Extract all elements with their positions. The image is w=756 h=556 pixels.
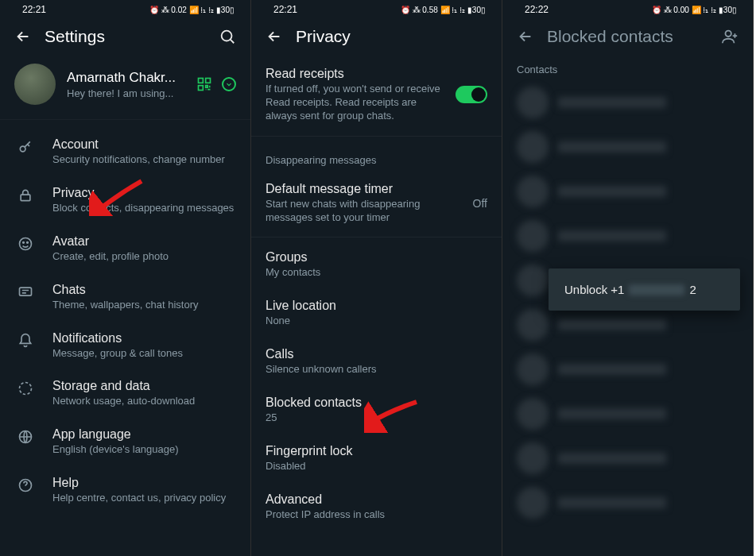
svg-rect-3 [199, 86, 204, 91]
settings-item-privacy[interactable]: Privacy Block contacts, disappearing mes… [0, 176, 250, 225]
avatar [517, 353, 549, 385]
item-title: Fingerprint lock [266, 444, 487, 458]
search-icon[interactable] [219, 28, 236, 45]
avatar [517, 220, 549, 252]
privacy-item-blocked-contacts[interactable]: Blocked contacts 25 [251, 386, 502, 434]
settings-item-notifications[interactable]: Notifications Message, group & call tone… [0, 322, 250, 370]
status-bar: 22:21 ⏰ ⁂ 0.58 📶 ⁞₁ ⁞₂ ▮30▯ [251, 0, 502, 17]
chat-icon [16, 284, 35, 300]
contact-row[interactable] [502, 347, 753, 392]
profile-text: Amarnath Chakr... Hey there! I am using.… [67, 70, 185, 99]
item-title: Live location [266, 299, 487, 313]
contact-row[interactable] [502, 436, 753, 481]
profile-row[interactable]: Amarnath Chakr... Hey there! I am using.… [0, 57, 250, 120]
contact-row[interactable] [502, 392, 753, 436]
item-title: Advanced [266, 492, 487, 507]
contact-row[interactable] [502, 214, 753, 258]
avatar [517, 309, 549, 341]
privacy-item-groups[interactable]: Groups My contacts [251, 241, 502, 289]
item-sub: Network usage, auto-download [52, 395, 236, 408]
back-icon[interactable] [517, 28, 534, 45]
privacy-item-calls[interactable]: Calls Silence unknown callers [251, 338, 502, 386]
page-title: Blocked contacts [547, 27, 708, 46]
avatar [517, 487, 549, 519]
page-title: Privacy [296, 27, 487, 46]
qr-icon[interactable] [196, 76, 212, 92]
privacy-item-read-receipts[interactable]: Read receipts If turned off, you won't s… [251, 57, 502, 133]
data-icon [16, 380, 35, 396]
contact-row[interactable] [502, 125, 753, 169]
contact-name-masked [558, 230, 739, 241]
profile-status: Hey there! I am using... [67, 87, 185, 99]
avatar [517, 176, 549, 207]
svg-point-7 [23, 241, 25, 243]
avatar [517, 398, 549, 430]
profile-actions [196, 76, 236, 92]
back-icon[interactable] [266, 28, 283, 45]
add-account-icon[interactable] [222, 77, 236, 91]
contact-row[interactable] [502, 481, 753, 525]
settings-item-chats[interactable]: Chats Theme, wallpapers, chat history [0, 273, 250, 322]
contact-row[interactable] [502, 80, 753, 125]
avatar [517, 264, 549, 296]
item-title: Read receipts [266, 67, 448, 81]
add-contact-icon[interactable] [721, 28, 739, 45]
item-title: Storage and data [52, 379, 236, 393]
bell-icon [16, 333, 35, 349]
item-value: Off [473, 197, 487, 210]
page-title: Settings [45, 27, 206, 46]
svg-point-15 [726, 31, 731, 37]
item-title: Account [52, 137, 236, 152]
appbar: Settings [0, 17, 250, 57]
item-sub: Security notifications, change number [52, 153, 236, 167]
contact-name-masked [558, 364, 739, 375]
settings-item-account[interactable]: Account Security notifications, change n… [0, 128, 250, 176]
contacts-section-label: Contacts [502, 57, 753, 80]
item-title: Groups [266, 250, 487, 264]
settings-panel: 22:21 ⏰ ⁂ 0.02 📶 ⁞₁ ⁞₂ ▮30▯ Settings Ama… [0, 0, 251, 556]
status-time: 22:22 [525, 4, 549, 15]
face-icon [16, 236, 35, 252]
privacy-item-advanced[interactable]: Advanced Protect IP address in calls [251, 483, 502, 531]
status-time: 22:21 [273, 4, 297, 15]
avatar [517, 87, 549, 118]
contact-name-masked [558, 453, 739, 464]
appbar: Privacy [251, 17, 502, 57]
back-icon[interactable] [14, 28, 32, 45]
settings-item-avatar[interactable]: Avatar Create, edit, profile photo [0, 225, 250, 273]
read-receipts-toggle[interactable] [456, 86, 487, 103]
svg-rect-2 [206, 79, 211, 83]
contact-name-masked [558, 141, 739, 153]
item-title: Default message timer [266, 182, 465, 196]
privacy-panel: 22:21 ⏰ ⁂ 0.58 📶 ⁞₁ ⁞₂ ▮30▯ Privacy Read… [251, 0, 502, 556]
item-sub: Help centre, contact us, privacy policy [52, 492, 236, 505]
avatar [517, 442, 549, 474]
section-header-disappearing: Disappearing messages [251, 140, 502, 172]
settings-item-storage[interactable]: Storage and data Network usage, auto-dow… [0, 369, 250, 418]
privacy-item-live-location[interactable]: Live location None [251, 289, 502, 338]
item-sub: If turned off, you won't send or receive… [266, 83, 448, 123]
settings-item-help[interactable]: Help Help centre, contact us, privacy po… [0, 466, 250, 515]
item-title: Privacy [52, 186, 236, 200]
status-icons: ⏰ ⁂ 0.58 📶 ⁞₁ ⁞₂ ▮30▯ [401, 6, 486, 14]
item-sub: Message, group & call tones [52, 347, 236, 361]
item-sub: Disabled [266, 460, 487, 473]
appbar: Blocked contacts [502, 17, 753, 57]
key-icon [16, 139, 35, 155]
contact-row[interactable] [502, 169, 753, 214]
privacy-item-default-timer[interactable]: Default message timer Start new chats wi… [251, 172, 502, 234]
svg-point-6 [20, 237, 32, 249]
svg-point-8 [27, 241, 29, 243]
item-title: Avatar [52, 234, 236, 249]
settings-list: Account Security notifications, change n… [0, 120, 250, 515]
privacy-item-fingerprint[interactable]: Fingerprint lock Disabled [251, 434, 502, 483]
status-icons: ⏰ ⁂ 0.00 📶 ⁞₁ ⁞₂ ▮30▯ [652, 6, 737, 14]
item-title: Notifications [52, 331, 236, 346]
item-sub: Theme, wallpapers, chat history [52, 299, 236, 312]
contact-name-masked [558, 319, 739, 330]
unblock-context-menu[interactable]: Unblock +1 2 [549, 268, 740, 311]
svg-rect-9 [20, 288, 32, 295]
unblock-label-suffix: 2 [689, 283, 696, 296]
globe-icon [16, 429, 35, 445]
settings-item-language[interactable]: App language English (device's language) [0, 418, 250, 466]
